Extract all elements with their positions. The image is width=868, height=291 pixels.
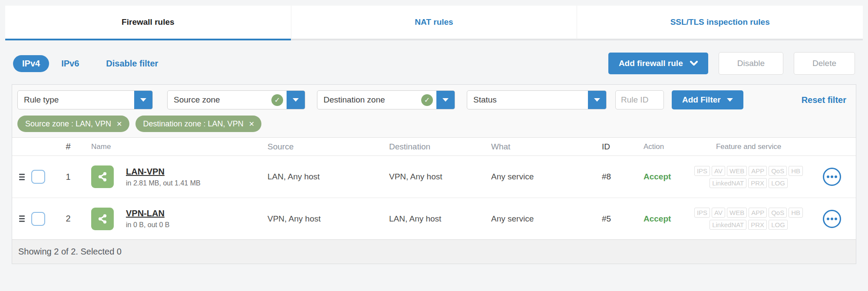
feature-badge: APP xyxy=(749,166,767,176)
rule-traffic: in 0 B, out 0 B xyxy=(126,221,170,229)
chevron-down-icon[interactable] xyxy=(436,90,455,109)
chevron-down-icon xyxy=(690,61,698,66)
ellipsis-icon xyxy=(827,175,829,178)
filter-dropdown-label: Destination zone xyxy=(317,95,421,105)
filter-dropdown-label: Source zone xyxy=(168,95,271,105)
feature-badge: APP xyxy=(749,208,767,218)
feature-badge: LinkedNAT xyxy=(710,178,746,188)
drag-handle-icon[interactable] xyxy=(19,215,25,222)
rule-destination: VPN, Any host xyxy=(389,172,491,182)
feature-badge: WEB xyxy=(727,208,747,218)
disable-filter-link[interactable]: Disable filter xyxy=(106,59,158,69)
tab-firewall-rules[interactable]: Firewall rules xyxy=(5,6,291,40)
header-name: Name xyxy=(82,142,267,151)
add-firewall-rule-button[interactable]: Add firewall rule xyxy=(608,53,708,74)
table-row: 1 LAN-VPN in 2.81 MB, out 1.41 MB LAN, A… xyxy=(12,156,856,198)
filter-section: Rule type Source zone ✓ Destination zone… xyxy=(12,85,856,138)
filter-dropdown-status[interactable]: Status xyxy=(467,90,607,109)
feature-badge: WEB xyxy=(727,166,747,176)
toolbar: IPv4 IPv6 Disable filter Add firewall ru… xyxy=(13,52,855,75)
table-header: # Name Source Destination What ID Action… xyxy=(12,138,856,156)
filter-chip-label: Destination zone : LAN, VPN xyxy=(143,119,244,129)
row-menu-button[interactable] xyxy=(823,210,841,228)
ellipsis-icon xyxy=(827,218,829,220)
feature-badges: IPS AV WEB APP QoS HB LinkedNAT PRX LOG xyxy=(690,208,808,230)
feature-badge: QoS xyxy=(769,208,787,218)
feature-badge: HB xyxy=(789,208,803,218)
feature-badge: HB xyxy=(789,166,803,176)
rule-destination: LAN, Any host xyxy=(389,214,491,224)
delete-button[interactable]: Delete xyxy=(794,52,855,75)
header-source: Source xyxy=(267,142,389,152)
filter-dropdown-destination-zone[interactable]: Destination zone ✓ xyxy=(317,90,455,109)
feature-badges: IPS AV WEB APP QoS HB LinkedNAT PRX LOG xyxy=(690,166,808,188)
header-id: ID xyxy=(602,142,633,152)
check-icon: ✓ xyxy=(421,94,433,106)
reset-filter-link[interactable]: Reset filter xyxy=(802,95,846,105)
rule-what: Any service xyxy=(491,214,602,224)
rule-action: Accept xyxy=(644,172,671,181)
feature-badge: AV xyxy=(712,166,725,176)
filter-dropdown-source-zone[interactable]: Source zone ✓ xyxy=(167,90,305,109)
rule-type-tabbar: Firewall rules NAT rules SSL/TLS inspect… xyxy=(5,6,863,40)
network-rule-icon xyxy=(91,208,114,230)
share-icon xyxy=(97,171,108,182)
feature-badge: AV xyxy=(712,208,725,218)
feature-badge: LOG xyxy=(769,178,788,188)
feature-badge: LinkedNAT xyxy=(710,220,746,230)
chevron-down-icon[interactable] xyxy=(588,90,606,109)
filter-dropdown-rule-type[interactable]: Rule type xyxy=(17,90,153,109)
row-checkbox[interactable] xyxy=(31,212,45,226)
feature-badge: IPS xyxy=(694,208,710,218)
disable-button[interactable]: Disable xyxy=(719,52,783,75)
rule-id-input[interactable] xyxy=(615,90,664,109)
header-action: Action xyxy=(633,142,690,151)
row-menu-button[interactable] xyxy=(823,168,841,186)
network-rule-icon xyxy=(91,165,114,188)
filter-chip-source-zone: Source zone : LAN, VPN ✕ xyxy=(17,116,129,132)
filter-chip-label: Source zone : LAN, VPN xyxy=(25,119,111,129)
filter-chip-destination-zone: Destination zone : LAN, VPN ✕ xyxy=(135,116,262,132)
close-icon[interactable]: ✕ xyxy=(249,120,254,128)
close-icon[interactable]: ✕ xyxy=(116,120,122,128)
add-filter-button[interactable]: Add Filter xyxy=(672,90,743,109)
row-number: 1 xyxy=(55,172,82,182)
rule-traffic: in 2.81 MB, out 1.41 MB xyxy=(126,179,201,187)
rule-action: Accept xyxy=(644,214,671,223)
header-what: What xyxy=(491,142,602,152)
rule-what: Any service xyxy=(491,172,602,182)
feature-badge: PRX xyxy=(748,220,767,230)
rule-name-link[interactable]: LAN-VPN xyxy=(126,167,201,177)
filter-dropdown-label: Rule type xyxy=(18,95,134,105)
header-number: # xyxy=(55,142,82,152)
chevron-down-icon[interactable] xyxy=(287,90,305,109)
chevron-down-icon xyxy=(727,98,733,102)
table-footer: Showing 2 of 2. Selected 0 xyxy=(12,239,856,264)
rule-source: VPN, Any host xyxy=(267,214,389,224)
rule-id: #5 xyxy=(602,214,633,224)
feature-badge: LOG xyxy=(769,220,788,230)
check-icon: ✓ xyxy=(271,94,283,106)
table-footer-status: Showing 2 of 2. Selected 0 xyxy=(18,247,122,257)
rule-id: #8 xyxy=(602,172,633,182)
add-filter-label: Add Filter xyxy=(682,95,721,105)
ipv6-toggle[interactable]: IPv6 xyxy=(61,59,79,69)
add-firewall-rule-label: Add firewall rule xyxy=(619,59,683,68)
rule-source: LAN, Any host xyxy=(267,172,389,182)
tab-ssl-tls-inspection-rules[interactable]: SSL/TLS inspection rules xyxy=(577,6,863,40)
rule-name-link[interactable]: VPN-LAN xyxy=(126,208,170,218)
ipv4-toggle[interactable]: IPv4 xyxy=(13,55,49,72)
row-number: 2 xyxy=(55,214,82,224)
filter-dropdown-label: Status xyxy=(467,95,588,105)
firewall-rules-panel: Rule type Source zone ✓ Destination zone… xyxy=(12,84,856,264)
table-row: 2 VPN-LAN in 0 B, out 0 B VPN, Any host … xyxy=(12,198,856,239)
tab-nat-rules[interactable]: NAT rules xyxy=(291,6,577,40)
chevron-down-icon[interactable] xyxy=(134,90,152,109)
feature-badge: IPS xyxy=(694,166,710,176)
drag-handle-icon[interactable] xyxy=(19,174,25,180)
header-destination: Destination xyxy=(389,142,491,152)
share-icon xyxy=(97,213,108,225)
feature-badge: QoS xyxy=(769,166,787,176)
row-checkbox[interactable] xyxy=(31,170,45,184)
feature-badge: PRX xyxy=(748,178,767,188)
